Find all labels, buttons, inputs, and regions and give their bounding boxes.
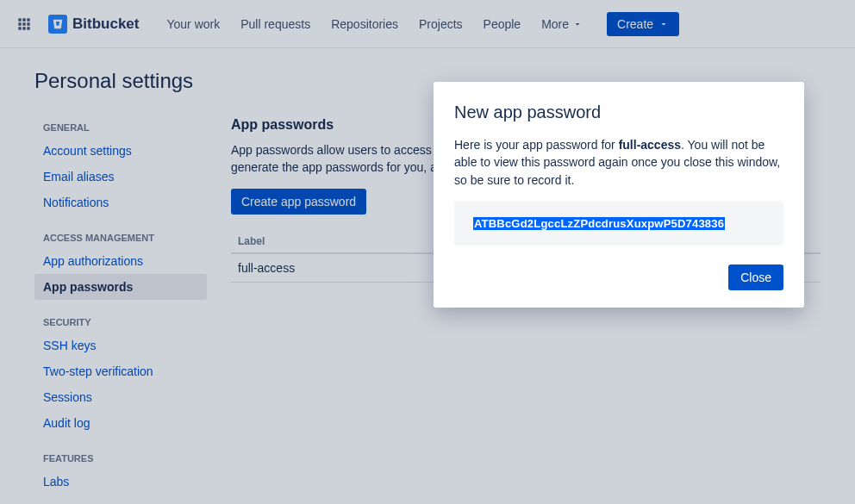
- modal-body-text: Here is your app password for full-acces…: [454, 136, 783, 189]
- modal-password-label: full-access: [619, 138, 681, 152]
- close-button[interactable]: Close: [728, 264, 783, 290]
- generated-password[interactable]: ATBBcGd2LgccLzZPdcdrusXuxpwP5D743836: [473, 217, 725, 230]
- password-display-box: ATBBcGd2LgccLzZPdcdrusXuxpwP5D743836: [454, 201, 783, 246]
- modal-footer: Close: [454, 264, 783, 290]
- new-app-password-modal: New app password Here is your app passwo…: [434, 82, 804, 308]
- modal-title: New app password: [454, 103, 783, 122]
